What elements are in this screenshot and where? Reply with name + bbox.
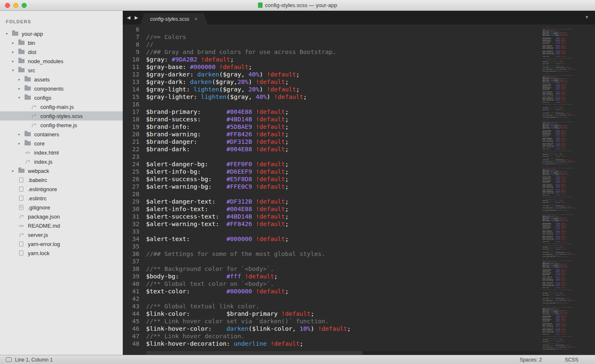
- code-line[interactable]: 39$body-bg: #fff !default;: [123, 273, 595, 280]
- code-line[interactable]: 32$alert-warning-text: #FF8426 !default;: [123, 220, 595, 228]
- chevron-right-icon[interactable]: ▸: [12, 41, 18, 45]
- code-line[interactable]: 18$brand-success: #4BD14B !default;: [123, 116, 595, 123]
- minimize-button[interactable]: [13, 3, 18, 8]
- tree-item-README.md[interactable]: <>README.md: [0, 221, 123, 230]
- code-line[interactable]: 36//## Settings for some of the most glo…: [123, 250, 595, 258]
- code-line[interactable]: 11$gray-base: #000000 !default;: [123, 63, 595, 71]
- code-line[interactable]: 14$gray-light: lighten($gray, 20%) !defa…: [123, 86, 595, 93]
- tree-item-bin[interactable]: ▸bin: [0, 38, 123, 47]
- code-line[interactable]: 12$gray-darker: darken($gray, 40%) !defa…: [123, 71, 595, 78]
- code-line[interactable]: 23: [123, 153, 595, 160]
- code-line[interactable]: 17$brand-primary: #004E88 !default;: [123, 108, 595, 116]
- tree-item-yarn-error.log[interactable]: yarn-error.log: [0, 239, 123, 248]
- code-line[interactable]: 33: [123, 228, 595, 235]
- tab-close-icon[interactable]: ×: [194, 16, 198, 22]
- chevron-right-icon[interactable]: ▸: [18, 132, 25, 136]
- tree-item-index.js[interactable]: /*index.js: [0, 157, 123, 166]
- code-line[interactable]: 16: [123, 101, 595, 108]
- chevron-right-icon[interactable]: ▸: [12, 50, 18, 54]
- tree-item-assets[interactable]: ▸assets: [0, 75, 123, 84]
- code-line[interactable]: 40//** Global text color on `<body>`.: [123, 280, 595, 288]
- code-line[interactable]: 29$alert-danger-text: #DF312B !default;: [123, 198, 595, 205]
- code-line[interactable]: 8//: [123, 41, 595, 48]
- line-number: 29: [123, 198, 142, 205]
- nav-back-icon[interactable]: ◀: [127, 15, 130, 20]
- code-line[interactable]: 25$alert-info-bg: #D6EEF9 !default;: [123, 168, 595, 175]
- tab-config-styles[interactable]: config-styles.scss ×: [140, 13, 208, 25]
- tree-item-core[interactable]: ▸core: [0, 139, 123, 148]
- tree-item-containers[interactable]: ▸containers: [0, 130, 123, 139]
- code-line[interactable]: 10$gray: #9DA2B2 !default;: [123, 56, 595, 63]
- tree-item-.babelrc[interactable]: .babelrc: [0, 175, 123, 184]
- code-line[interactable]: 21$brand-danger: #DF312B !default;: [123, 138, 595, 145]
- chevron-right-icon[interactable]: ▸: [18, 141, 25, 145]
- code-line[interactable]: 47//** Link hover decoration.: [123, 332, 595, 340]
- code-line[interactable]: 35: [123, 243, 595, 250]
- code-line[interactable]: 6: [123, 26, 595, 33]
- code-line[interactable]: 7//== Colors: [123, 33, 595, 41]
- chevron-down-icon[interactable]: ▾: [6, 32, 12, 36]
- status-bar: Line 1, Column 1 Spaces: 2 SCSS: [0, 355, 595, 364]
- code-line[interactable]: 27$alert-warning-bg: #FFE0C9 !default;: [123, 183, 595, 190]
- tree-item-components[interactable]: ▸components: [0, 84, 123, 93]
- code-line[interactable]: 28: [123, 190, 595, 198]
- tree-item-.eslintrc[interactable]: .eslintrc: [0, 194, 123, 203]
- code-line[interactable]: 20$brand-warning: #FF8426 !default;: [123, 130, 595, 138]
- tab-overflow-icon[interactable]: ▼: [585, 15, 589, 20]
- code-line[interactable]: 19$brand-info: #5DBAE9 !default;: [123, 123, 595, 130]
- tree-item-your-app[interactable]: ▾your-app: [0, 29, 123, 38]
- tree-item-node_modules[interactable]: ▸node_modules: [0, 57, 123, 66]
- tree-item-yarn.lock[interactable]: yarn.lock: [0, 248, 123, 258]
- code-line[interactable]: 13$gray-dark: darken($gray,20%) !default…: [123, 78, 595, 86]
- tree-item-config-styles.scss[interactable]: /*config-styles.scss: [0, 111, 123, 121]
- tree-item-configs[interactable]: ▾configs: [0, 93, 123, 102]
- code-line[interactable]: 15$gray-lighter: lighten($gray, 40%) !de…: [123, 93, 595, 101]
- tree-item-config-theme.js[interactable]: /*config-theme.js: [0, 121, 123, 130]
- code-text: $brand-warning: #FF8426 !default;: [146, 130, 289, 138]
- tree-item-package.json[interactable]: /*package.json: [0, 212, 123, 221]
- code-line[interactable]: 43//** Global textual link color.: [123, 303, 595, 310]
- code-line[interactable]: 24$alert-danger-bg: #FEF0F0 !default;: [123, 160, 595, 168]
- minimap[interactable]: //== Colors////## Gray and brand colors …: [543, 26, 592, 350]
- code-line[interactable]: 31$alert-success-text: #4BD14B !default;: [123, 213, 595, 220]
- code-line[interactable]: 45//** Link hover color set via `darken(…: [123, 317, 595, 325]
- editor[interactable]: 67//== Colors8//9//## Gray and brand col…: [123, 25, 595, 355]
- code-line[interactable]: 34$alert-text: #000000 !default;: [123, 235, 595, 243]
- tree-item-server.js[interactable]: /*server.js: [0, 230, 123, 239]
- code-line[interactable]: 30$alert-info-text: #004E88 !default;: [123, 205, 595, 213]
- code-line[interactable]: 22$brand-dark: #004E88 !default;: [123, 145, 595, 153]
- code-line[interactable]: 48$link-hover-decoration: underline !def…: [123, 340, 595, 347]
- tree-item-config-main.js[interactable]: /*config-main.js: [0, 102, 123, 111]
- code-line[interactable]: 9//## Gray and brand colors for use acro…: [123, 48, 595, 56]
- chevron-right-icon[interactable]: ▸: [18, 77, 25, 81]
- tree-item-index.html[interactable]: <>index.html: [0, 148, 123, 157]
- code-text: //== Colors: [146, 33, 186, 41]
- chevron-down-icon[interactable]: ▾: [18, 96, 25, 100]
- tree-item-dist[interactable]: ▸dist: [0, 47, 123, 57]
- tree-item-.gitignore[interactable]: ≡.gitignore: [0, 203, 123, 212]
- syntax-setting[interactable]: SCSS: [565, 357, 578, 363]
- code-line[interactable]: 46$link-hover-color: darken($link-color,…: [123, 325, 595, 332]
- zoom-button[interactable]: [22, 3, 27, 8]
- code-line[interactable]: 37: [123, 258, 595, 265]
- horizontal-scrollbar[interactable]: [146, 351, 540, 355]
- nav-forward-icon[interactable]: ▶: [134, 15, 138, 20]
- indent-setting[interactable]: Spaces: 2: [520, 357, 542, 363]
- tree-item-webpack[interactable]: ▸webpack: [0, 166, 123, 175]
- close-button[interactable]: [5, 3, 10, 8]
- code-line[interactable]: 26$alert-success-bg: #E5F8D8 !default;: [123, 175, 595, 183]
- code-line[interactable]: 38//** Background color for `<body>`.: [123, 265, 595, 273]
- chevron-right-icon[interactable]: ▸: [12, 169, 18, 173]
- tree-item-label: README.md: [28, 223, 60, 229]
- code-line[interactable]: 41$text-color: #000000 !default;: [123, 288, 595, 295]
- chevron-right-icon[interactable]: ▸: [18, 86, 25, 91]
- code-line[interactable]: 42: [123, 295, 595, 303]
- chevron-down-icon[interactable]: ▾: [12, 68, 18, 72]
- chevron-right-icon[interactable]: ▸: [12, 59, 18, 63]
- status-panel-icon[interactable]: [6, 357, 12, 362]
- horizontal-scrollbar-thumb[interactable]: [146, 351, 363, 355]
- tree-item-.eslintignore[interactable]: .eslintignore: [0, 184, 123, 194]
- tree-item-src[interactable]: ▾src: [0, 66, 123, 75]
- code-line[interactable]: 44$link-color: $brand-primary !default;: [123, 310, 595, 317]
- code-text: $alert-warning-bg: #FFE0C9 !default;: [146, 183, 289, 190]
